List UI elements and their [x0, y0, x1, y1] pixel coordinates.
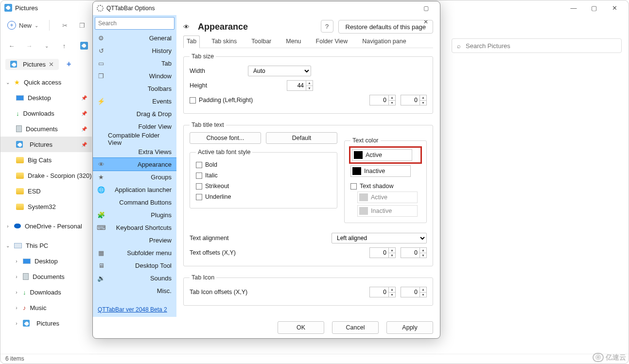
- active-color-button[interactable]: Active: [352, 149, 412, 161]
- this-pc-node[interactable]: ⌄This PC: [0, 238, 92, 253]
- onedrive-node[interactable]: ›OneDrive - Personal: [0, 218, 92, 234]
- quick-access-node[interactable]: ⌄★Quick access: [0, 74, 92, 90]
- sidebar-item-downloads[interactable]: ↓Downloads📌: [0, 105, 92, 121]
- copy-icon[interactable]: ❐: [78, 21, 87, 30]
- sidebar-item-bigcats[interactable]: Big Cats: [0, 152, 92, 168]
- category-icon: 👁: [97, 160, 105, 169]
- category-window[interactable]: ❐Window: [93, 69, 176, 82]
- default-font-button[interactable]: Default: [266, 132, 337, 144]
- gear-icon: [97, 5, 104, 12]
- bold-checkbox[interactable]: Bold: [196, 159, 331, 170]
- category-drag-drop[interactable]: Drag & Drop: [93, 107, 176, 120]
- sidebar-item-documents[interactable]: Documents📌: [0, 121, 92, 137]
- pc-item-downloads[interactable]: ›↓Downloads: [0, 284, 92, 300]
- category-tab[interactable]: ▭Tab: [93, 57, 176, 69]
- recent-button[interactable]: ⌄: [42, 43, 51, 49]
- category-extra-views[interactable]: Extra Views: [93, 145, 176, 158]
- padding-left-spinner[interactable]: ▲▼: [369, 95, 396, 105]
- cut-icon[interactable]: ✂: [60, 21, 69, 30]
- offset-x-spinner[interactable]: ▲▼: [369, 247, 396, 258]
- apply-button[interactable]: Apply: [386, 321, 433, 334]
- category-search[interactable]: Search: [95, 17, 175, 30]
- category-plugins[interactable]: 🧩Plugins: [93, 208, 176, 221]
- maximize-button[interactable]: ▢: [584, 1, 604, 15]
- category-compatible-folder-view[interactable]: Compatible Folder View: [93, 133, 176, 145]
- subtab-tab-skins[interactable]: Tab skins: [209, 36, 240, 48]
- subtab-tab[interactable]: Tab: [183, 35, 200, 48]
- subtab-folder-view[interactable]: Folder View: [313, 36, 351, 48]
- ok-button[interactable]: OK: [278, 321, 324, 334]
- category-icon: 🖥: [97, 261, 105, 270]
- up-button[interactable]: ↑: [60, 42, 69, 50]
- help-button[interactable]: ?: [321, 20, 333, 33]
- search-icon: ⌕: [457, 42, 461, 50]
- cancel-button[interactable]: Cancel: [332, 321, 379, 334]
- alignment-select[interactable]: Left aligned: [332, 233, 427, 243]
- choose-font-button[interactable]: Choose font...: [190, 132, 261, 144]
- width-select[interactable]: Auto: [248, 66, 311, 76]
- download-icon: ↓: [16, 110, 19, 117]
- category-toolbars[interactable]: Toolbars: [93, 82, 176, 95]
- category-desktop-tool[interactable]: 🖥Desktop Tool: [93, 259, 176, 272]
- folder-icon: [16, 204, 24, 210]
- text-shadow-checkbox[interactable]: Text shadow: [350, 181, 420, 191]
- version-link[interactable]: QTTabBar ver 2048 Beta 2: [93, 302, 176, 317]
- category-appearance[interactable]: 👁Appearance: [93, 158, 176, 171]
- padding-checkbox[interactable]: Padding (Left,Right): [190, 95, 253, 105]
- pc-item-desktop[interactable]: ›Desktop: [0, 253, 92, 269]
- restore-defaults-button[interactable]: Restore defaults of this page: [338, 20, 434, 34]
- offset-y-spinner[interactable]: ▲▼: [401, 247, 427, 258]
- desktop-icon: [23, 259, 31, 264]
- back-button[interactable]: ←: [7, 42, 16, 50]
- text-color-group: Text color Active Inactive Text shadow A…: [344, 137, 427, 223]
- pin-icon: 📌: [81, 95, 87, 101]
- inactive-color-button[interactable]: Inactive: [350, 165, 411, 177]
- category-preview[interactable]: Preview: [93, 234, 176, 246]
- sidebar-item-desktop[interactable]: Desktop📌: [0, 90, 92, 105]
- strikeout-checkbox[interactable]: Strikeout: [196, 181, 331, 191]
- pc-item-documents[interactable]: ›Documents: [0, 269, 92, 284]
- category-subfolder-menu[interactable]: ▦Subfolder menu: [93, 246, 176, 259]
- italic-checkbox[interactable]: Italic: [196, 170, 331, 181]
- subtab-navigation-pane[interactable]: Navigation pane: [359, 36, 409, 48]
- new-button[interactable]: + New ⌄: [7, 21, 38, 30]
- subtab-menu[interactable]: Menu: [283, 36, 304, 48]
- close-button[interactable]: ✕: [604, 1, 625, 15]
- category-sounds[interactable]: 🔉Sounds: [93, 272, 176, 284]
- category-application-launcher[interactable]: 🌐Application launcher: [93, 183, 176, 196]
- category-history[interactable]: ↺History: [93, 44, 176, 57]
- underline-checkbox[interactable]: Underline: [196, 191, 331, 202]
- tab-close-icon[interactable]: ✕: [49, 61, 54, 68]
- category-events[interactable]: ⚡Events: [93, 95, 176, 107]
- sidebar-item-system32[interactable]: System32: [0, 199, 92, 214]
- forward-button[interactable]: →: [25, 42, 34, 50]
- star-icon: ★: [14, 79, 20, 86]
- category-general[interactable]: ⚙General: [93, 32, 176, 44]
- document-icon: [23, 273, 29, 280]
- category-groups[interactable]: ★Groups: [93, 171, 176, 183]
- quick-access-label: Quick access: [24, 79, 61, 86]
- search-box[interactable]: ⌕ Search Pictures: [452, 38, 622, 53]
- padding-right-spinner[interactable]: ▲▼: [401, 95, 427, 105]
- icon-offset-x-spinner[interactable]: ▲▼: [369, 287, 396, 297]
- folder-icon: [16, 173, 24, 179]
- minimize-button[interactable]: —: [563, 1, 584, 15]
- explorer-tab[interactable]: Pictures ✕: [5, 59, 59, 70]
- sidebar-item-drake[interactable]: Drake - Scorpion (320): [0, 168, 92, 183]
- new-tab-button[interactable]: +: [67, 60, 71, 69]
- icon-offset-y-spinner[interactable]: ▲▼: [401, 287, 427, 297]
- dialog-maximize-button[interactable]: ▢: [416, 1, 436, 15]
- tab-size-legend: Tab size: [190, 53, 216, 60]
- sidebar-item-esd[interactable]: ESD: [0, 183, 92, 199]
- category-misc-[interactable]: Misc.: [93, 284, 176, 297]
- category-folder-view[interactable]: Folder View: [93, 120, 176, 133]
- subtab-toolbar[interactable]: Toolbar: [248, 36, 274, 48]
- pc-item-music[interactable]: ›♪Music: [0, 300, 92, 315]
- chevron-right-icon: ›: [14, 259, 19, 264]
- sidebar-item-pictures[interactable]: Pictures📌: [0, 137, 92, 152]
- options-content: 👁 Appearance ? Restore defaults of this …: [176, 15, 440, 317]
- pc-item-pictures[interactable]: ›Pictures: [0, 315, 92, 331]
- height-spinner[interactable]: ▲▼: [287, 80, 313, 91]
- category-keyboard-shortcuts[interactable]: ⌨Keyboard Shortcuts: [93, 221, 176, 234]
- category-command-buttons[interactable]: Command Buttons: [93, 196, 176, 208]
